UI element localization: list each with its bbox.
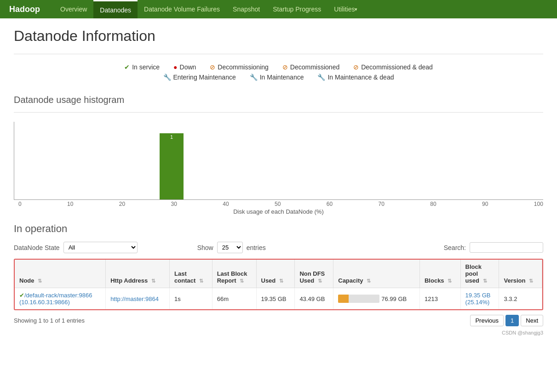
x-axis-label: 30: [171, 201, 177, 207]
pagination-row: Showing 1 to 1 of 1 entries Previous 1 N…: [14, 315, 543, 326]
capacity-bar-outer: [338, 295, 379, 303]
status-decommissioned: ⊘ Decommissioned: [282, 63, 339, 71]
histogram-chart-container: 1 0102030405060708090100 Disk usage of e…: [14, 122, 543, 214]
in-maintenance-dead-icon: 🔧: [317, 74, 325, 81]
nav-overview[interactable]: Overview: [54, 0, 93, 18]
sort-blocks-icon: ⇅: [448, 278, 452, 284]
controls-left: DataNode State AllIn ServiceDownDecommis…: [14, 242, 138, 253]
sort-http-icon: ⇅: [151, 278, 155, 284]
col-last-contact[interactable]: Lastcontact ⇅: [170, 260, 212, 288]
col-non-dfs-used[interactable]: Non DFSUsed ⇅: [295, 260, 333, 288]
col-version[interactable]: Version ⇅: [499, 260, 542, 288]
previous-button[interactable]: Previous: [470, 315, 504, 326]
sort-last-block-icon: ⇅: [240, 278, 244, 284]
decommissioned-dead-icon: ⊘: [353, 63, 359, 71]
state-label: DataNode State: [14, 244, 60, 251]
capacity-value: 76.99 GB: [381, 295, 407, 302]
block-pool-value: 19.35 GB(25.14%): [465, 292, 491, 306]
capacity-bar-used: [338, 295, 349, 303]
histogram-divider: [14, 112, 543, 113]
page-title: Datanode Information: [14, 28, 543, 45]
col-blocks[interactable]: Blocks ⇅: [419, 260, 460, 288]
x-axis-label: 90: [482, 201, 488, 207]
http-link[interactable]: http://master:9864: [110, 295, 159, 302]
histogram-chart: 1: [14, 122, 543, 200]
entering-maintenance-label: Entering Maintenance: [173, 74, 236, 81]
cell-last-block-report: 66m: [212, 288, 256, 310]
col-used[interactable]: Used ⇅: [256, 260, 295, 288]
status-decommissioned-dead: ⊘ Decommissioned & dead: [353, 63, 433, 71]
down-label: Down: [180, 63, 196, 71]
status-row-1: ✔ In service ● Down ⊘ Decommissioning ⊘ …: [124, 63, 433, 71]
sort-non-dfs-icon: ⇅: [318, 278, 322, 284]
controls-row: DataNode State AllIn ServiceDownDecommis…: [14, 242, 543, 253]
col-http-address[interactable]: Http Address ⇅: [106, 260, 170, 288]
footer-credit: CSDN @shangjg3: [14, 330, 543, 335]
cell-blocks: 1213: [419, 288, 460, 310]
show-select[interactable]: 102550100: [217, 242, 243, 253]
decommissioning-label: Decommissioning: [218, 63, 268, 71]
title-divider: [14, 54, 543, 54]
x-axis-label: 0: [18, 201, 22, 207]
pagination-controls: Previous 1 Next: [470, 315, 543, 326]
next-button[interactable]: Next: [521, 315, 543, 326]
x-axis-label: 60: [327, 201, 333, 207]
x-axis-label: 20: [119, 201, 125, 207]
sort-used-icon: ⇅: [279, 278, 283, 284]
search-label: Search:: [444, 244, 466, 251]
histogram-bar: 1: [160, 133, 184, 199]
capacity-bar: 76.99 GB: [338, 295, 415, 303]
x-axis-label: 10: [67, 201, 73, 207]
brand: Hadoop: [5, 5, 45, 14]
nav-datanode-volume-failures[interactable]: Datanode Volume Failures: [138, 0, 226, 18]
page-1-button[interactable]: 1: [505, 315, 519, 326]
nav-startup-progress[interactable]: Startup Progress: [266, 0, 327, 18]
navbar: Hadoop Overview Datanodes Datanode Volum…: [0, 0, 557, 18]
nav-datanodes[interactable]: Datanodes: [93, 0, 138, 18]
col-node[interactable]: Node ⇅: [15, 260, 106, 288]
x-axis-label: 100: [534, 201, 543, 207]
status-decommissioning: ⊘ Decommissioning: [210, 63, 268, 71]
show-label: Show: [197, 244, 213, 251]
col-capacity[interactable]: Capacity ⇅: [333, 260, 420, 288]
decommissioned-label: Decommissioned: [290, 63, 339, 71]
cell-last-contact: 1s: [170, 288, 212, 310]
table-header: Node ⇅ Http Address ⇅ Lastcontact ⇅ Last…: [15, 260, 542, 288]
col-last-block-report[interactable]: Last BlockReport ⇅: [212, 260, 256, 288]
in-maintenance-label: In Maintenance: [260, 74, 304, 81]
entries-label: entries: [247, 244, 266, 251]
x-axis-label: 40: [223, 201, 229, 207]
sort-node-icon: ⇅: [38, 278, 42, 284]
cell-version: 3.3.2: [499, 288, 542, 310]
cell-used: 19.35 GB: [256, 288, 295, 310]
sort-capacity-icon: ⇅: [367, 278, 371, 284]
entering-maintenance-icon: 🔧: [163, 74, 171, 81]
datanode-table-wrapper: Node ⇅ Http Address ⇅ Lastcontact ⇅ Last…: [14, 259, 543, 310]
controls-right: Search:: [444, 242, 543, 253]
cell-node: ✔/default-rack/master:9866(10.16.60.31:9…: [15, 288, 106, 310]
in-maintenance-dead-label: In Maintenance & dead: [327, 74, 394, 81]
in-service-icon: ✔: [124, 63, 130, 71]
operation-title: In operation: [14, 223, 543, 235]
col-block-pool-used[interactable]: Blockpoolused ⇅: [460, 260, 499, 288]
in-service-label: In service: [132, 63, 160, 71]
nav-snapshot[interactable]: Snapshot: [226, 0, 266, 18]
controls-center: Show 102550100 entries: [197, 242, 266, 253]
cell-http: http://master:9864: [106, 288, 170, 310]
node-link[interactable]: /default-rack/master:9866(10.16.60.31:98…: [19, 292, 92, 306]
x-axis-label: 70: [379, 201, 385, 207]
search-input[interactable]: [470, 242, 543, 253]
x-axis-title: Disk usage of each DataNode (%): [14, 208, 543, 215]
nav-utilities[interactable]: Utilities: [327, 0, 364, 18]
sort-version-icon: ⇅: [529, 278, 533, 284]
status-entering-maintenance: 🔧 Entering Maintenance: [163, 74, 236, 81]
state-select[interactable]: AllIn ServiceDownDecommissioningDecommis…: [63, 242, 138, 253]
down-icon: ●: [173, 63, 177, 71]
status-down: ● Down: [173, 63, 196, 71]
status-row-2: 🔧 Entering Maintenance 🔧 In Maintenance …: [163, 74, 394, 81]
cell-capacity: 76.99 GB: [333, 288, 420, 310]
status-in-maintenance: 🔧 In Maintenance: [250, 74, 304, 81]
status-in-service: ✔ In service: [124, 63, 160, 71]
datanode-table: Node ⇅ Http Address ⇅ Lastcontact ⇅ Last…: [15, 260, 542, 309]
in-maintenance-icon: 🔧: [250, 74, 258, 81]
